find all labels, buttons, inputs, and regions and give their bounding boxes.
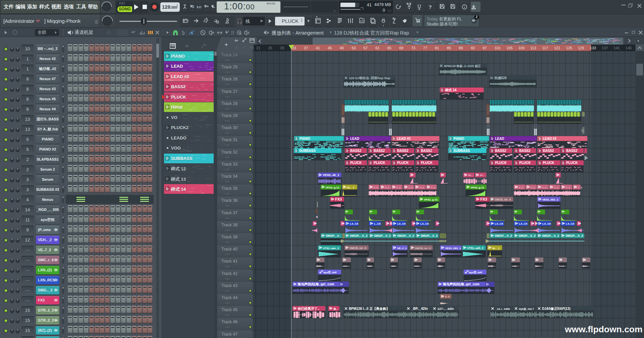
svg-text:LX..C5: LX..C5: [566, 222, 574, 225]
svg-text:93: 93: [471, 46, 475, 50]
svg-text:25: 25: [268, 46, 272, 50]
svg-text:137: 137: [602, 46, 608, 50]
svg-text:77: 77: [423, 46, 427, 50]
svg-text:LEAD: LEAD: [495, 137, 504, 140]
svg-text:PLUCK: PLUCK: [495, 161, 507, 165]
svg-text:SMCB..ter_6: SMCB..ter_6: [415, 247, 431, 250]
svg-text:F..6: F..6: [396, 186, 401, 189]
svg-text:SMGP.._A_2: SMGP.._A_2: [350, 234, 368, 237]
svg-text:PLUCK: PLUCK: [421, 161, 433, 165]
svg-text:45: 45: [328, 46, 332, 50]
svg-text:F..6: F..6: [431, 186, 435, 189]
svg-text:LX..C5: LX..C5: [397, 222, 406, 225]
svg-text:VEH2..40_2: VEH2..40_2: [323, 173, 339, 177]
svg-text:5..6: 5..6: [445, 295, 450, 298]
svg-text:VTS1..ash_2: VTS1..ash_2: [467, 247, 483, 250]
svg-text:DjA志..Vol.7: DjA志..Vol.7: [519, 307, 534, 311]
svg-text:SMGP.._A_2: SMGP.._A_2: [374, 234, 391, 237]
svg-text:49: 49: [340, 46, 344, 50]
svg-text:SMGP.._A_2: SMGP.._A_2: [519, 234, 536, 237]
svg-text:?: ?: [429, 4, 432, 10]
svg-text:你已经离开了..: 你已经离开了..: [297, 307, 320, 311]
svg-text:81: 81: [435, 46, 439, 50]
svg-text:113: 113: [530, 46, 536, 50]
svg-text:97: 97: [483, 46, 487, 50]
svg-text:69: 69: [399, 46, 403, 50]
svg-text:133: 133: [590, 46, 596, 50]
svg-text:LX..C5: LX..C5: [350, 222, 358, 225]
svg-text:+: +: [225, 42, 228, 47]
svg-text:29: 29: [280, 46, 284, 50]
svg-text:F..6: F..6: [409, 186, 413, 189]
svg-text:LX..C5: LX..C5: [495, 222, 503, 225]
svg-text:你..: 你..: [333, 307, 337, 311]
svg-text:PLUCK: PLUCK: [519, 161, 531, 165]
svg-text:PLUCK: PLUCK: [374, 161, 385, 165]
svg-text:41: 41: [316, 46, 320, 50]
svg-text:F..6: F..6: [374, 186, 378, 189]
svg-text:BASS2: BASS2: [374, 149, 385, 153]
svg-text:PIANO: PIANO: [453, 137, 464, 140]
svg-text:128 DJ铁柱合..回答Rap Rap: 128 DJ铁柱合..回答Rap Rap: [349, 76, 390, 80]
svg-text:LEAD #2: LEAD #2: [543, 137, 557, 140]
svg-text:121: 121: [554, 46, 560, 50]
svg-text:VFX2..g 21: VFX2..g 21: [424, 198, 438, 201]
svg-text:F..6: F..6: [554, 186, 558, 189]
svg-text:SUBBASS: SUBBASS: [453, 149, 470, 153]
svg-text:L..C5: L..C5: [374, 222, 381, 225]
svg-text:LX..C5: LX..C5: [519, 222, 527, 225]
svg-text:BASS2: BASS2: [421, 149, 432, 153]
svg-text:BASS2: BASS2: [566, 149, 578, 153]
svg-text:141: 141: [614, 46, 620, 50]
svg-text:SMCB..ter_6: SMCB..ter_6: [350, 246, 366, 250]
svg-text:129: 129: [578, 46, 584, 50]
svg-text:LEAD: LEAD: [350, 137, 359, 140]
svg-text:PLUCK: PLUCK: [543, 161, 554, 165]
svg-text:BASS2: BASS2: [397, 149, 409, 153]
svg-text:_13..r_449k: _13..r_449k: [495, 307, 510, 311]
svg-text:SMGP.._A_2: SMGP.._A_2: [542, 234, 559, 237]
svg-text:BASS2: BASS2: [350, 149, 362, 153]
svg-text:Bi.._2: Bi.._2: [347, 186, 355, 189]
svg-text:117: 117: [542, 46, 548, 50]
svg-text:ayu空..toff: ayu空..toff: [469, 271, 482, 274]
svg-text:PIANO: PIANO: [300, 137, 310, 140]
svg-text:LX..C5: LX..C5: [542, 222, 551, 225]
svg-text:F..6: F..6: [542, 186, 546, 189]
svg-text:21: 21: [256, 46, 260, 50]
svg-text:SMGP.._A_: SMGP.._A_: [326, 234, 341, 237]
svg-text:F..6: F..6: [385, 186, 389, 189]
svg-text:BASS2: BASS2: [519, 149, 531, 153]
svg-text:FX3: FX3: [480, 197, 487, 201]
svg-text:BASS2: BASS2: [495, 149, 506, 153]
svg-text:PLUCK: PLUCK: [566, 161, 578, 165]
svg-text:145: 145: [626, 46, 632, 50]
svg-text:BPM128 终极..ix 2020 超正: BPM128 终极..ix 2020 超正: [444, 64, 481, 68]
svg-text:109: 109: [518, 46, 524, 50]
svg-text:89: 89: [459, 46, 463, 50]
svg-text:127-.._42ln: 127-.._42ln: [437, 307, 454, 311]
svg-text:61: 61: [375, 46, 379, 50]
svg-text:101: 101: [494, 46, 500, 50]
svg-text:65: 65: [387, 46, 391, 50]
svg-text:SUBBASS: SUBBASS: [299, 149, 316, 153]
svg-text:F..6: F..6: [420, 186, 424, 189]
svg-text:53: 53: [352, 46, 356, 50]
svg-text:37: 37: [304, 46, 308, 50]
svg-text:DJA5修正RAP(13): DJA5修正RAP(13): [542, 307, 570, 311]
svg-text:105: 105: [506, 46, 513, 50]
svg-text:F..6: F..6: [519, 186, 523, 189]
svg-text:85: 85: [447, 46, 451, 50]
svg-text:ayu空..toff: ayu空..toff: [323, 271, 336, 274]
svg-text:SMGP.._A_2: SMGP.._A_2: [566, 234, 583, 237]
svg-text:LEAD #2: LEAD #2: [397, 137, 411, 140]
svg-text:Br...: Br...: [480, 174, 485, 177]
svg-text:LX..C5: LX..C5: [420, 222, 429, 225]
svg-text:F..6: F..6: [566, 186, 570, 189]
svg-text:Bi.._2: Bi.._2: [492, 247, 500, 250]
svg-text:VFX2..g 21: VFX2..g 21: [471, 186, 484, 189]
svg-text:海鸟声(咕咕海..gei_com: 海鸟声(咕咕海..gei_com: [297, 282, 334, 286]
svg-text:_BP.._42ln: _BP.._42ln: [411, 307, 428, 311]
svg-text:PLUCK: PLUCK: [350, 161, 362, 165]
svg-text:F..6: F..6: [531, 186, 535, 189]
